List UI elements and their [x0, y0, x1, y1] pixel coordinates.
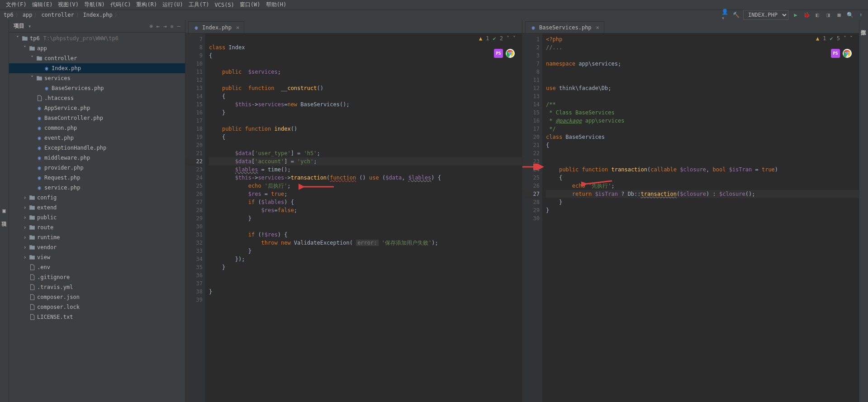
- updates-icon[interactable]: ⬆: [857, 11, 864, 19]
- chevron-icon[interactable]: ˅: [30, 75, 34, 81]
- user-add-icon[interactable]: 👤▾: [721, 11, 729, 19]
- breadcrumb-item[interactable]: tp6: [4, 12, 14, 18]
- tab-index-php[interactable]: ◉ Index.php ×: [188, 21, 244, 33]
- chrome-icon[interactable]: [506, 49, 515, 58]
- code-area[interactable]: class Index{ public $services; public fu…: [205, 33, 522, 402]
- menu-edit[interactable]: 编辑(E): [30, 0, 55, 9]
- menu-tools[interactable]: 工具(T): [186, 0, 212, 9]
- code-area[interactable]: <?php//... namespace app\services; use t…: [542, 33, 859, 402]
- php-file-icon: ◉: [36, 105, 43, 111]
- tree-node[interactable]: ›config: [9, 193, 185, 203]
- editor-body[interactable]: ▲1 ✔2 ˄ ˅ PS 789101112131415161718192021…: [185, 33, 522, 402]
- hide-icon[interactable]: —: [177, 23, 180, 29]
- php-file-icon: ◉: [36, 125, 43, 131]
- menu-file[interactable]: 文件(F): [4, 0, 29, 9]
- chevron-icon[interactable]: ›: [23, 194, 27, 201]
- database-tool-button[interactable]: 数据库: [859, 23, 868, 402]
- settings-icon[interactable]: ✲: [171, 23, 174, 29]
- tree-node[interactable]: ›runtime: [9, 232, 185, 242]
- project-tree[interactable]: ˅tp6T:\phpstudy_pro\WWW\tp6˅app˅controll…: [9, 33, 185, 402]
- chevron-icon[interactable]: ›: [23, 204, 27, 211]
- tree-node[interactable]: ◉event.php: [9, 133, 185, 143]
- tree-node[interactable]: ◉provider.php: [9, 163, 185, 173]
- tree-node[interactable]: ◉ExceptionHandle.php: [9, 143, 185, 153]
- chevron-icon[interactable]: ›: [23, 244, 27, 251]
- chevron-icon[interactable]: ›: [23, 254, 27, 260]
- tree-node[interactable]: ˅controller: [9, 53, 185, 63]
- breadcrumb-item[interactable]: app: [23, 12, 33, 18]
- tree-node[interactable]: ›vendor: [9, 242, 185, 252]
- nav-down-icon[interactable]: ˅: [850, 35, 853, 42]
- chevron-icon[interactable]: ›: [23, 224, 27, 231]
- inspection-widget[interactable]: ▲1 ✔5 ˄ ˅: [814, 35, 854, 42]
- gutter[interactable]: 1237811121314151617202122232425262728293…: [522, 33, 542, 402]
- tree-node[interactable]: ◉middleware.php: [9, 153, 185, 163]
- chevron-icon[interactable]: ›: [23, 234, 27, 241]
- chrome-icon[interactable]: [843, 49, 852, 58]
- menu-refactor[interactable]: 重构(R): [134, 0, 159, 9]
- menu-run[interactable]: 运行(U): [160, 0, 185, 9]
- tree-node[interactable]: ›extend: [9, 203, 185, 213]
- chevron-icon[interactable]: ˅: [30, 55, 34, 61]
- close-icon[interactable]: ×: [236, 24, 239, 31]
- tree-node[interactable]: ›public: [9, 213, 185, 222]
- breadcrumb-item[interactable]: Index.php: [83, 12, 113, 18]
- run-config-select[interactable]: INDEX.PHP: [743, 10, 788, 20]
- tree-node[interactable]: ˅app: [9, 43, 185, 53]
- chevron-icon[interactable]: ˅: [23, 45, 27, 52]
- nav-up-icon[interactable]: ˄: [507, 35, 509, 42]
- project-tool-button[interactable]: ▣ 项目: [0, 23, 9, 402]
- tree-node[interactable]: ◉Request.php: [9, 173, 185, 183]
- menu-navigate[interactable]: 导航(N): [82, 0, 107, 9]
- tree-node[interactable]: ◉BaseServices.php: [9, 83, 185, 93]
- search-icon[interactable]: 🔍: [846, 11, 854, 19]
- tree-node[interactable]: ◉BaseController.php: [9, 113, 185, 123]
- collapse-icon[interactable]: ⇤: [157, 23, 160, 29]
- chevron-icon[interactable]: ›: [23, 214, 27, 221]
- tree-node[interactable]: .travis.yml: [9, 282, 185, 292]
- tree-node[interactable]: composer.json: [9, 292, 185, 302]
- file-icon: [29, 304, 35, 310]
- folder-icon: [36, 75, 43, 81]
- run-icon[interactable]: ▶: [792, 11, 799, 19]
- breadcrumb-item[interactable]: controller: [41, 12, 74, 18]
- profiler-icon[interactable]: ◨: [825, 11, 832, 19]
- menu-vcs[interactable]: VCS(S): [213, 1, 237, 9]
- build-icon[interactable]: 🔨: [732, 11, 740, 19]
- tree-node[interactable]: ˅tp6T:\phpstudy_pro\WWW\tp6: [9, 33, 185, 43]
- coverage-icon[interactable]: ◧: [814, 11, 821, 19]
- tree-node[interactable]: .htaccess: [9, 93, 185, 103]
- tree-node[interactable]: ◉service.php: [9, 183, 185, 193]
- tab-baseservices-php[interactable]: ◉ BaseServices.php ×: [525, 21, 604, 33]
- tree-node[interactable]: ›route: [9, 222, 185, 232]
- close-icon[interactable]: ×: [596, 24, 599, 31]
- tree-node[interactable]: ›view: [9, 252, 185, 262]
- stop-icon[interactable]: ■: [835, 11, 843, 19]
- tree-node[interactable]: LICENSE.txt: [9, 312, 185, 322]
- php-file-icon: ◉: [36, 165, 43, 171]
- tree-node[interactable]: ˅services: [9, 73, 185, 83]
- dropdown-icon[interactable]: ▾: [28, 23, 31, 29]
- tree-node[interactable]: composer.lock: [9, 302, 185, 312]
- tree-node[interactable]: .env: [9, 262, 185, 272]
- gutter[interactable]: 7891011121314151617181920212223242526272…: [185, 33, 205, 402]
- nav-up-icon[interactable]: ˄: [844, 35, 846, 42]
- target-icon[interactable]: ⊕: [150, 23, 153, 29]
- menu-window[interactable]: 窗口(W): [237, 0, 263, 9]
- debug-icon[interactable]: 🐞: [803, 11, 810, 19]
- expand-icon[interactable]: ⇥: [163, 23, 166, 29]
- menu-view[interactable]: 视图(V): [56, 0, 81, 9]
- chevron-icon[interactable]: ˅: [15, 35, 20, 42]
- menu-code[interactable]: 代码(C): [108, 0, 133, 9]
- menu-help[interactable]: 帮助(H): [264, 0, 289, 9]
- tree-node[interactable]: ◉common.php: [9, 123, 185, 133]
- tree-node[interactable]: ◉AppService.php: [9, 103, 185, 113]
- nav-down-icon[interactable]: ˅: [513, 35, 516, 42]
- inspection-widget[interactable]: ▲1 ✔2 ˄ ˅: [477, 35, 517, 42]
- project-panel: 项目 ▾ ⊕ ⇤ ⇥ ✲ — ˅tp6T:\phpstudy_pro\WWW\t…: [9, 20, 185, 402]
- tree-node[interactable]: .gitignore: [9, 272, 185, 282]
- phpstorm-preview-icon[interactable]: PS: [494, 49, 503, 58]
- editor-body[interactable]: ▲1 ✔5 ˄ ˅ PS 123781112131415161720212223…: [522, 33, 859, 402]
- tree-node[interactable]: ◉Index.php: [9, 63, 185, 73]
- phpstorm-preview-icon[interactable]: PS: [831, 49, 840, 58]
